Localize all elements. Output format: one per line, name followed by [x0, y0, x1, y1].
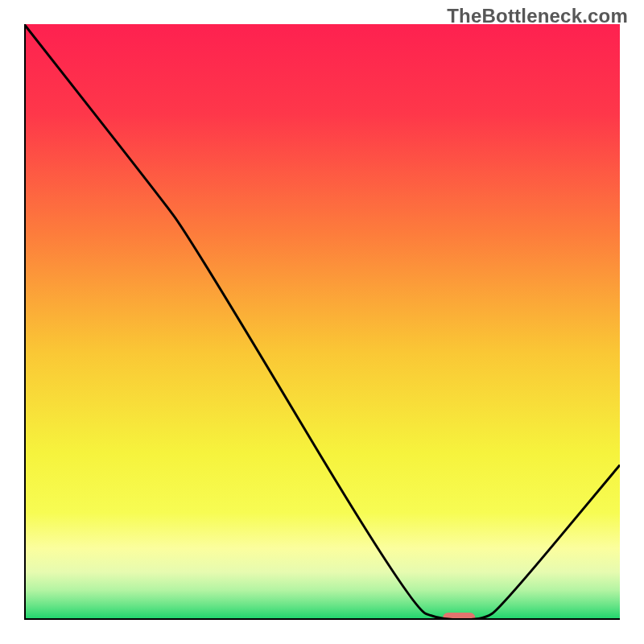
- bottleneck-chart: [24, 24, 620, 620]
- plot-area: [24, 24, 620, 620]
- chart-container: TheBottleneck.com: [0, 0, 644, 644]
- chart-background: [24, 24, 620, 620]
